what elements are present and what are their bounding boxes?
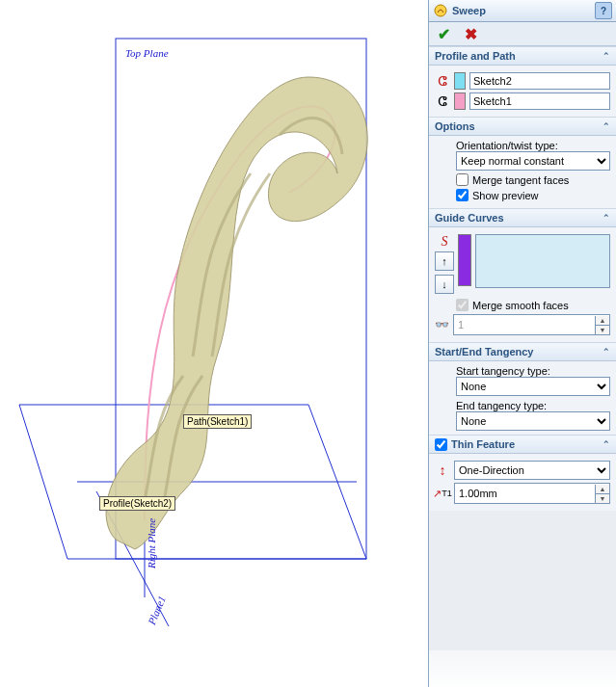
chevron-up-icon: ⌃ [603, 121, 610, 131]
thickness-icon: ↗T1 [435, 486, 450, 501]
thin-feature-checkbox[interactable] [435, 438, 447, 451]
thickness-value[interactable]: 1.00mm [455, 488, 595, 499]
chevron-up-icon: ⌃ [603, 347, 610, 357]
reverse-direction-icon[interactable]: ↕ [435, 462, 450, 478]
sweep-feature-icon [433, 3, 448, 18]
move-up-button[interactable]: ↑ [435, 251, 454, 271]
end-tangency-label: End tangency type: [456, 400, 547, 411]
start-tangency-select[interactable]: None [456, 377, 610, 396]
spin-up-icon: ▲ [595, 316, 609, 326]
profile-swatch [454, 72, 466, 90]
help-button[interactable]: ? [595, 2, 612, 19]
path-swatch [454, 92, 466, 110]
guide-swatch [458, 234, 471, 286]
show-preview-label: Show preview [472, 190, 538, 201]
orientation-select[interactable]: Keep normal constant [456, 151, 610, 171]
guide-curves-list[interactable] [475, 234, 610, 288]
top-plane-label: Top Plane [125, 48, 169, 59]
section-options[interactable]: Options ⌃ [429, 118, 616, 136]
thickness-spinner[interactable]: 1.00mm ▲▼ [454, 483, 610, 504]
viewport-3d[interactable]: Top Plane Right Plane Plane1 Path(Sketch… [0, 0, 429, 687]
profile-tag: Profile(Sketch2) [99, 496, 175, 511]
panel-title: Sweep [452, 5, 486, 16]
chevron-up-icon: ⌃ [603, 439, 610, 449]
orientation-label: Orientation/twist type: [456, 140, 558, 151]
confirm-bar: ✔ ✖ [429, 22, 616, 46]
end-tangency-select[interactable]: None [456, 411, 610, 431]
profile-icon: ⵛ [435, 73, 450, 89]
section-title: Start/End Tangency [435, 346, 533, 357]
panel-reflection [429, 650, 616, 687]
section-thin-feature[interactable]: Thin Feature ⌃ [429, 436, 616, 454]
glasses-icon: 👓 [435, 318, 449, 331]
merge-tangent-checkbox[interactable] [456, 173, 469, 186]
move-down-button[interactable]: ↓ [435, 275, 454, 294]
profile-selection[interactable]: Sketch2 [469, 72, 610, 90]
section-title: Thin Feature [451, 438, 515, 450]
section-guide-curves[interactable]: Guide Curves ⌃ [429, 209, 616, 227]
right-plane-label: Right Plane [147, 518, 157, 568]
section-profile-path[interactable]: Profile and Path ⌃ [429, 47, 616, 66]
show-preview-checkbox[interactable] [456, 189, 469, 201]
chevron-up-icon: ⌃ [603, 51, 610, 61]
panel-titlebar: Sweep ? [429, 0, 616, 22]
merge-smooth-checkbox [456, 299, 469, 311]
section-title: Options [435, 120, 475, 132]
guide-count-value: 1 [454, 319, 595, 330]
viewport-svg [0, 0, 429, 687]
path-icon: ⵛ [435, 93, 450, 109]
section-tangency[interactable]: Start/End Tangency ⌃ [429, 343, 616, 361]
svg-point-1 [435, 5, 446, 16]
thin-type-select[interactable]: One-Direction [454, 461, 610, 480]
spin-up-icon[interactable]: ▲ [595, 485, 609, 494]
spin-down-icon[interactable]: ▼ [595, 494, 609, 503]
chevron-up-icon: ⌃ [603, 213, 610, 223]
cancel-button[interactable]: ✖ [462, 25, 479, 42]
merge-smooth-label: Merge smooth faces [472, 300, 569, 311]
spin-down-icon: ▼ [595, 326, 609, 334]
section-title: Guide Curves [435, 212, 504, 224]
guide-count-spinner: 1 ▲▼ [453, 314, 610, 335]
section-title: Profile and Path [435, 50, 516, 62]
property-panel: Sweep ? ✔ ✖ Profile and Path ⌃ ⵛ Sketch2… [428, 0, 616, 687]
merge-tangent-label: Merge tangent faces [472, 174, 569, 186]
start-tangency-label: Start tangency type: [456, 365, 550, 377]
ok-button[interactable]: ✔ [435, 25, 452, 42]
guide-curve-icon: S [437, 234, 452, 250]
path-selection[interactable]: Sketch1 [469, 92, 610, 110]
path-tag: Path(Sketch1) [183, 414, 252, 429]
